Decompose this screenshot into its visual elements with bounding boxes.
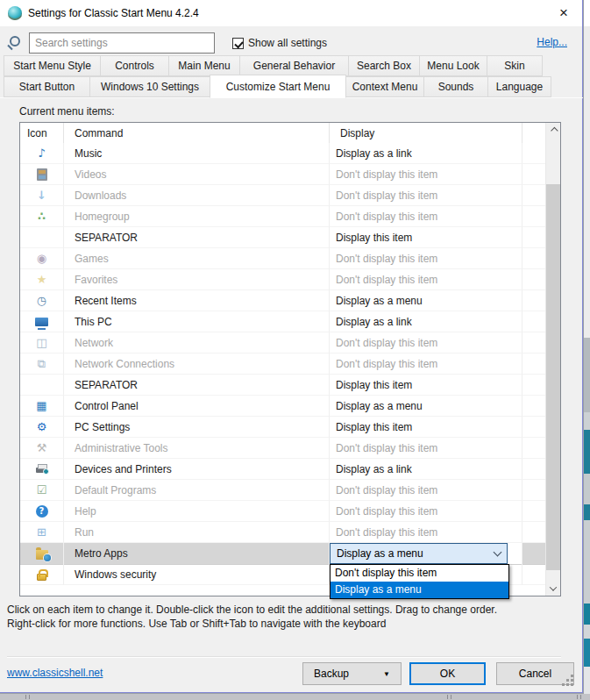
classicshell-website-link[interactable]: www.classicshell.net [7, 667, 103, 679]
videos-icon[interactable] [37, 168, 47, 181]
tab-general-behavior[interactable]: General Behavior [239, 55, 349, 76]
tab-language[interactable]: Language [487, 76, 551, 97]
search-input[interactable] [29, 32, 215, 54]
display-combobox[interactable]: Display as a menu [330, 543, 508, 564]
menu-item-row-pc-settings[interactable]: ⚙PC SettingsDisplay this item [20, 417, 545, 438]
menu-item-row-network-connections[interactable]: ⧉Network ConnectionsDon't display this i… [20, 354, 545, 375]
menu-item-row-control-panel[interactable]: ▦Control PanelDisplay as a menu [20, 396, 545, 417]
help-link[interactable]: Help... [537, 36, 567, 48]
administrative-tools-icon[interactable]: ⚒ [37, 442, 47, 454]
chevron-down-icon [494, 548, 502, 557]
menu-item-row-music[interactable]: ♪MusicDisplay as a link [20, 143, 545, 164]
menu-item-row-network[interactable]: ◫NetworkDon't display this item [20, 332, 545, 354]
show-all-settings-checkbox[interactable] [232, 38, 244, 49]
menu-item-row-metro-apps[interactable]: Metro AppsDisplay as a menu [20, 543, 545, 564]
recent-items-icon[interactable]: ◷ [37, 295, 46, 306]
close-icon[interactable]: × [555, 5, 572, 21]
display-cell[interactable]: Display this item [330, 417, 522, 438]
this-pc-icon[interactable] [35, 318, 48, 326]
resize-grip[interactable] [571, 683, 573, 686]
menu-item-row-downloads[interactable]: ↓DownloadsDon't display this item [20, 185, 545, 206]
favorites-icon[interactable]: ★ [37, 274, 47, 285]
scrollbar-thumb[interactable] [546, 184, 560, 570]
icon-cell: ▦ [20, 396, 64, 417]
dropdown-option-display-as-a-menu[interactable]: Display as a menu [331, 582, 508, 598]
display-cell[interactable]: Display as a link [330, 459, 522, 480]
scrollbar-down-button[interactable] [546, 581, 560, 596]
backup-button[interactable]: Backup ▼ [302, 662, 402, 685]
default-programs-icon[interactable]: ☑ [37, 484, 47, 496]
display-cell[interactable]: Don't display this item [330, 248, 522, 269]
display-cell[interactable]: Display as a menu [330, 290, 522, 311]
filler-cell [522, 480, 545, 501]
display-cell[interactable]: Display as a link [330, 143, 522, 164]
tab-customize-start-menu[interactable]: Customize Start Menu [210, 75, 346, 98]
filler-cell [522, 459, 545, 480]
menu-item-row-devices-and-printers[interactable]: Devices and PrintersDisplay as a link [20, 459, 545, 480]
vertical-scrollbar[interactable] [545, 123, 560, 596]
display-cell[interactable]: Don't display this item [330, 522, 522, 543]
menu-item-row-games[interactable]: ◉GamesDon't display this item [20, 248, 545, 269]
display-cell[interactable]: Don't display this item [330, 480, 522, 501]
ok-button[interactable]: OK [409, 662, 486, 685]
menu-item-row-run[interactable]: ⊞RunDon't display this item [20, 522, 545, 543]
pc-settings-icon[interactable]: ⚙ [37, 421, 47, 432]
menu-item-row-help[interactable]: ?HelpDon't display this item [20, 501, 545, 522]
display-cell[interactable]: Don't display this item [330, 354, 522, 375]
display-cell[interactable]: Don't display this item [330, 438, 522, 459]
titlebar[interactable]: Settings for Classic Start Menu 4.2.4 × [0, 0, 582, 26]
tab-search-box[interactable]: Search Box [348, 55, 420, 76]
display-cell[interactable]: Don't display this item [330, 269, 522, 290]
menu-item-row-videos[interactable]: VideosDon't display this item [20, 164, 545, 185]
display-cell[interactable]: Display this item [330, 227, 522, 248]
games-icon[interactable]: ◉ [37, 253, 46, 264]
run-icon[interactable]: ⊞ [37, 526, 46, 538]
display-cell[interactable]: Display as a link [330, 311, 522, 332]
command-cell: Network Connections [64, 354, 330, 375]
menu-item-row-this-pc[interactable]: This PCDisplay as a link [20, 311, 545, 332]
menu-item-row-recent-items[interactable]: ◷Recent ItemsDisplay as a menu [20, 290, 545, 311]
devices-and-printers-icon[interactable] [36, 468, 47, 473]
homegroup-icon[interactable]: ∴ [38, 211, 46, 222]
menu-item-row-favorites[interactable]: ★FavoritesDon't display this item [20, 269, 545, 290]
display-cell[interactable]: Display as a menu [330, 543, 522, 565]
help-icon[interactable]: ? [36, 505, 48, 518]
background-segment [584, 625, 590, 639]
cancel-button[interactable]: Cancel [496, 662, 574, 685]
downloads-icon[interactable]: ↓ [37, 189, 46, 201]
scrollbar-up-button[interactable] [546, 123, 560, 138]
tab-menu-look[interactable]: Menu Look [419, 55, 487, 76]
menu-item-row-homegroup[interactable]: ∴HomegroupDon't display this item [20, 206, 545, 227]
display-cell[interactable]: Don't display this item [330, 185, 522, 206]
display-cell[interactable]: Don't display this item [330, 501, 522, 522]
tab-start-button[interactable]: Start Button [4, 76, 90, 97]
network-connections-icon[interactable]: ⧉ [38, 358, 46, 369]
menu-item-row-separator-2[interactable]: SEPARATORDisplay this item [20, 375, 545, 396]
tab-sounds[interactable]: Sounds [423, 76, 488, 97]
tab-context-menu[interactable]: Context Menu [345, 76, 424, 97]
display-cell[interactable]: Don't display this item [330, 164, 522, 185]
tab-controls[interactable]: Controls [100, 55, 169, 76]
windows-security-icon[interactable] [37, 574, 46, 581]
tab-start-menu-style[interactable]: Start Menu Style [4, 55, 101, 76]
display-cell[interactable]: Display this item [330, 375, 522, 396]
music-icon[interactable]: ♪ [38, 147, 45, 159]
display-cell[interactable]: Don't display this item [330, 332, 522, 354]
show-all-settings-toggle[interactable]: Show all settings [232, 36, 327, 50]
menu-item-row-separator-1[interactable]: SEPARATORDisplay this item [20, 227, 545, 248]
window-title: Settings for Classic Start Menu 4.2.4 [28, 7, 199, 19]
display-cell[interactable]: Don't display this item [330, 206, 522, 227]
dropdown-option-don-t-display-this-item[interactable]: Don't display this item [331, 565, 508, 582]
tab-main-menu[interactable]: Main Menu [168, 55, 240, 76]
tab-windows-10-settings[interactable]: Windows 10 Settings [89, 76, 210, 97]
network-icon[interactable]: ◫ [36, 337, 46, 348]
background-segment [584, 504, 590, 520]
control-panel-icon[interactable]: ▦ [36, 400, 46, 411]
menu-item-row-administrative-tools[interactable]: ⚒Administrative ToolsDon't display this … [20, 438, 545, 459]
metro-apps-icon[interactable] [36, 550, 48, 560]
menu-item-row-default-programs[interactable]: ☑Default ProgramsDon't display this item [20, 480, 545, 501]
background-segment [584, 26, 590, 338]
background-taskbar-strip [0, 694, 590, 700]
display-cell[interactable]: Display as a menu [330, 396, 522, 417]
tab-skin[interactable]: Skin [487, 55, 543, 76]
